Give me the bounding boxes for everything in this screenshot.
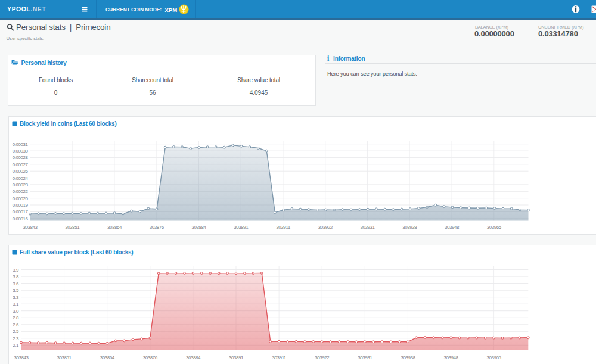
svg-text:2.1: 2.1: [13, 343, 19, 348]
svg-text:303891: 303891: [229, 355, 244, 360]
svg-text:3.9: 3.9: [13, 267, 19, 273]
svg-text:0.00022: 0.00022: [13, 189, 29, 194]
svg-text:0.00017: 0.00017: [13, 209, 29, 214]
svg-text:2.5: 2.5: [13, 329, 19, 334]
svg-text:3.1: 3.1: [13, 301, 19, 307]
svg-text:2.8: 2.8: [13, 315, 19, 321]
svg-text:303911: 303911: [276, 225, 290, 230]
svg-text:0.00019: 0.00019: [13, 203, 29, 208]
svg-text:303843: 303843: [23, 225, 38, 230]
svg-text:0.00027: 0.00027: [13, 162, 29, 167]
svg-text:303851: 303851: [65, 225, 80, 230]
svg-text:3.8: 3.8: [13, 274, 19, 279]
svg-text:0.00024: 0.00024: [13, 176, 29, 181]
svg-text:303851: 303851: [57, 355, 72, 360]
svg-text:2.3: 2.3: [13, 336, 19, 341]
svg-text:303938: 303938: [401, 355, 415, 360]
svg-text:3.6: 3.6: [13, 281, 19, 287]
svg-text:303911: 303911: [272, 355, 286, 360]
svg-text:303938: 303938: [402, 225, 417, 230]
svg-text:303922: 303922: [315, 355, 330, 360]
svg-text:303864: 303864: [100, 355, 115, 360]
svg-text:303965: 303965: [487, 355, 502, 360]
svg-text:303864: 303864: [107, 225, 122, 230]
svg-text:2.6: 2.6: [13, 322, 19, 328]
svg-text:0.00031: 0.00031: [13, 142, 29, 147]
svg-text:i: i: [327, 55, 330, 62]
svg-text:303948: 303948: [445, 225, 460, 230]
svg-text:3.3: 3.3: [13, 295, 19, 300]
svg-text:303965: 303965: [487, 225, 502, 230]
svg-text:303931: 303931: [358, 355, 372, 360]
svg-text:0.00030: 0.00030: [13, 148, 29, 154]
svg-text:3.0: 3.0: [13, 309, 19, 314]
svg-text:303884: 303884: [186, 355, 201, 360]
svg-text:3.5: 3.5: [13, 288, 19, 293]
svg-text:0.00026: 0.00026: [13, 169, 29, 174]
svg-text:303891: 303891: [234, 225, 249, 230]
svg-text:0.00016: 0.00016: [13, 216, 29, 222]
svg-text:303876: 303876: [150, 225, 164, 230]
svg-text:303884: 303884: [192, 225, 207, 230]
svg-text:0.00020: 0.00020: [13, 196, 29, 201]
svg-text:303931: 303931: [361, 225, 375, 230]
svg-text:0.00023: 0.00023: [13, 182, 29, 188]
svg-text:303922: 303922: [318, 225, 333, 230]
svg-text:0.00028: 0.00028: [13, 155, 29, 160]
svg-text:303876: 303876: [143, 355, 158, 360]
svg-text:303843: 303843: [14, 355, 29, 360]
svg-text:303948: 303948: [444, 355, 459, 360]
